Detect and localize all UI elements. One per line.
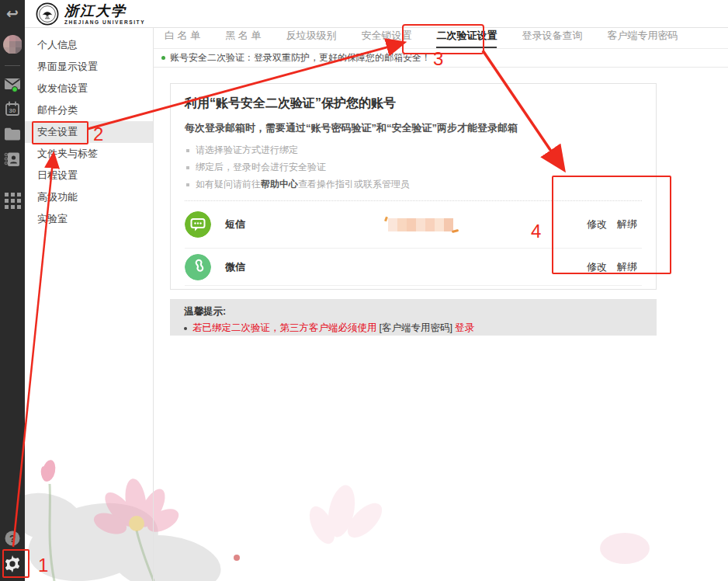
notice-title: 温馨提示:	[184, 305, 643, 318]
sidebar-item-folders-tags[interactable]: 文件夹与标签	[25, 143, 153, 165]
main-content: 白 名 单 黑 名 单 反垃圾级别 安全锁设置 二次验证设置 登录设备查询 客户…	[154, 28, 728, 581]
tab-client-password[interactable]: 客户端专用密码	[607, 29, 678, 48]
bullet-dot	[186, 166, 189, 169]
status-text: 账号安全二次验证：登录双重防护，更好的保障您的邮箱安全！	[170, 51, 431, 64]
calendar-icon[interactable]: 30	[0, 99, 25, 118]
sidebar-item-send-receive[interactable]: 收发信设置	[25, 78, 153, 99]
help-center-link[interactable]: 帮助中心	[261, 178, 298, 191]
avatar[interactable]	[0, 34, 25, 54]
help-glyph: ?	[9, 533, 16, 544]
settings-sidebar: 个人信息 界面显示设置 收发信设置 邮件分类 安全设置 文件夹与标签 日程设置 …	[25, 28, 154, 581]
sidebar-item-personal-info[interactable]: 个人信息	[25, 34, 153, 56]
tab-login-devices[interactable]: 登录设备查询	[522, 29, 582, 48]
university-logo: 浙江大学 ZHEJIANG UNIVERSITY	[36, 2, 145, 26]
help-icon[interactable]: ?	[0, 530, 25, 547]
folder-icon[interactable]	[0, 125, 25, 142]
gear-icon[interactable]	[0, 553, 25, 575]
page-header: 浙江大学 ZHEJIANG UNIVERSITY	[25, 0, 728, 28]
tip-item: 绑定后，登录时会进行安全验证	[185, 161, 642, 174]
sms-modify-link[interactable]: 修改	[587, 217, 607, 231]
masked-phone-number	[388, 218, 453, 231]
tab-security-lock[interactable]: 安全锁设置	[361, 29, 411, 48]
wechat-unbind-link[interactable]: 解绑	[617, 260, 637, 274]
tip-text: 查看操作指引或联系管理员	[298, 178, 410, 191]
wechat-binding-row: 微信 修改 解绑	[185, 249, 642, 286]
tab-antispam-level[interactable]: 反垃圾级别	[286, 29, 336, 48]
sidebar-item-security[interactable]: 安全设置	[25, 121, 153, 143]
wechat-label: 微信	[225, 260, 272, 274]
bullet-dot	[184, 327, 187, 330]
sidebar-item-advanced[interactable]: 高级功能	[25, 186, 153, 208]
tab-two-factor[interactable]: 二次验证设置	[436, 29, 497, 48]
bullet-dot	[186, 149, 189, 152]
mail-icon[interactable]	[0, 75, 25, 93]
tip-text: 如有疑问请前往	[196, 178, 261, 191]
card-title: 利用“账号安全二次验证”保护您的账号	[185, 96, 642, 112]
status-banner: 账号安全二次验证：登录双重防护，更好的保障您的邮箱安全！	[154, 49, 728, 68]
mail-unread-dot	[12, 86, 18, 92]
tip-text: 请选择验证方式进行绑定	[196, 144, 298, 157]
sidebar-item-display[interactable]: 界面显示设置	[25, 56, 153, 78]
sidebar-item-mail-sorting[interactable]: 邮件分类	[25, 99, 153, 121]
sidebar-item-calendar[interactable]: 日程设置	[25, 165, 153, 186]
client-password-ref: [客户端专用密码]	[377, 322, 455, 335]
avatar-mosaic	[3, 35, 23, 54]
sms-icon	[185, 211, 211, 238]
tip-item: 请选择验证方式进行绑定	[185, 144, 642, 157]
notice-warning: 若已绑定二次验证，第三方客户端必须使用 [客户端专用密码] 登录	[184, 322, 643, 335]
apps-grid-icon[interactable]	[0, 192, 25, 209]
settings-page: ↩ 30	[0, 0, 728, 581]
contacts-icon[interactable]	[0, 150, 25, 169]
login-link[interactable]: 登录	[455, 322, 474, 335]
status-dot	[161, 56, 165, 60]
sms-binding-row: 短信 修改 解绑	[185, 201, 642, 249]
wechat-modify-link[interactable]: 修改	[587, 260, 607, 274]
rail-divider	[5, 65, 20, 66]
wechat-icon	[185, 254, 211, 280]
app-rail: ↩ 30	[0, 0, 25, 581]
tips-list: 请选择验证方式进行绑定 绑定后，登录时会进行安全验证 如有疑问请前往 帮助中心 …	[185, 144, 642, 191]
university-name-en: ZHEJIANG UNIVERSITY	[64, 19, 145, 25]
sidebar-item-lab[interactable]: 实验室	[25, 208, 153, 230]
tip-item: 如有疑问请前往 帮助中心 查看操作指引或联系管理员	[185, 178, 642, 191]
calendar-day-number: 30	[9, 107, 16, 114]
tip-text: 绑定后，登录时会进行安全验证	[196, 161, 326, 174]
undo-glyph: ↩	[6, 6, 19, 21]
security-tabs: 白 名 单 黑 名 单 反垃圾级别 安全锁设置 二次验证设置 登录设备查询 客户…	[154, 28, 728, 49]
bullet-dot	[186, 183, 189, 186]
university-seal-icon	[36, 2, 59, 26]
tab-whitelist[interactable]: 白 名 单	[165, 29, 200, 48]
university-name-cn: 浙江大学	[64, 4, 145, 18]
sms-unbind-link[interactable]: 解绑	[617, 217, 637, 231]
sms-label: 短信	[225, 217, 272, 231]
two-factor-card: 利用“账号安全二次验证”保护您的账号 每次登录邮箱时，需要通过“账号密码验证”和…	[170, 83, 657, 290]
card-subtitle: 每次登录邮箱时，需要通过“账号密码验证”和“安全验证”两步才能登录邮箱	[185, 121, 642, 135]
undo-icon[interactable]: ↩	[0, 5, 25, 22]
notice-box: 温馨提示: 若已绑定二次验证，第三方客户端必须使用 [客户端专用密码] 登录	[170, 299, 657, 336]
warning-text: 若已绑定二次验证，第三方客户端必须使用	[192, 322, 377, 335]
tab-blacklist[interactable]: 黑 名 单	[225, 29, 261, 48]
